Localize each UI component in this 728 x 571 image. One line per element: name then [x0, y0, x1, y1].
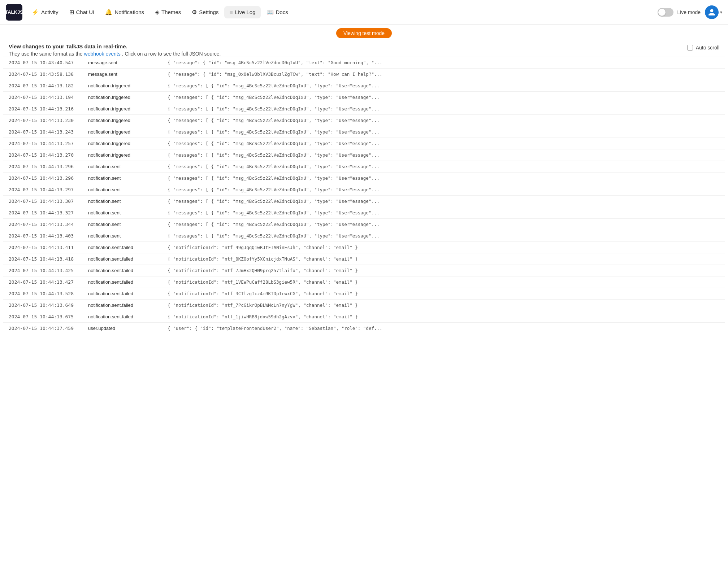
log-timestamp: 2024-07-15 10:44:13.675 — [9, 314, 88, 319]
log-row[interactable]: 2024-07-15 10:44:13.194notification.trig… — [3, 91, 725, 103]
log-data: { "messages": [ { "id": "msg_4BcSc5z22lV… — [168, 187, 719, 192]
log-data: { "notificationId": "ntf_1VEWPuCaff28LbS… — [168, 279, 719, 285]
nav-item-activity[interactable]: ⚡Activity — [27, 6, 64, 18]
auto-scroll-checkbox[interactable] — [687, 45, 693, 51]
log-row[interactable]: 2024-07-15 10:44:13.403notification.sent… — [3, 230, 725, 241]
log-timestamp: 2024-07-15 10:44:13.194 — [9, 95, 88, 100]
log-event: notification.sent.failed — [88, 302, 168, 308]
log-container: 2024-07-15 10:43:40.547message.sent{ "me… — [0, 57, 728, 334]
user-icon — [708, 8, 716, 16]
log-event: notification.triggered — [88, 83, 168, 88]
log-row[interactable]: 2024-07-15 10:44:13.216notification.trig… — [3, 103, 725, 114]
log-data: { "messages": [ { "id": "msg_4BcSc5z22lV… — [168, 106, 719, 112]
live-log-icon: ≡ — [229, 9, 233, 16]
log-timestamp: 2024-07-15 10:44:13.243 — [9, 129, 88, 135]
nav-item-live-log[interactable]: ≡Live Log — [224, 6, 260, 18]
avatar-chevron[interactable]: ▾ — [720, 10, 722, 15]
log-row[interactable]: 2024-07-15 10:44:13.243notification.trig… — [3, 126, 725, 138]
nav-label-chat-ui: Chat UI — [76, 9, 95, 15]
test-mode-banner: Viewing test mode — [0, 25, 728, 40]
live-mode-toggle[interactable] — [658, 8, 673, 17]
log-row[interactable]: 2024-07-15 10:44:13.182notification.trig… — [3, 80, 725, 91]
log-row[interactable]: 2024-07-15 10:44:13.257notification.trig… — [3, 138, 725, 149]
log-timestamp: 2024-07-15 10:44:13.270 — [9, 152, 88, 158]
log-timestamp: 2024-07-15 10:43:40.547 — [9, 60, 88, 65]
log-data: { "user": { "id": "templateFrontendUser2… — [168, 326, 719, 331]
nav-label-themes: Themes — [161, 9, 181, 15]
chat-ui-icon: ⊞ — [69, 9, 74, 16]
nav-label-notifications: Notifications — [114, 9, 144, 15]
log-timestamp: 2024-07-15 10:44:13.427 — [9, 279, 88, 285]
auto-scroll-label: Auto scroll — [696, 45, 719, 51]
live-mode-label: Live mode — [677, 9, 701, 15]
log-data: { "message": { "id": "msg_0x0elw0blXV3Bc… — [168, 71, 719, 77]
log-event: notification.triggered — [88, 141, 168, 146]
log-data: { "messages": [ { "id": "msg_4BcSc5z22lV… — [168, 210, 719, 215]
nav-item-chat-ui[interactable]: ⊞Chat UI — [64, 6, 100, 18]
log-data: { "messages": [ { "id": "msg_4BcSc5z22lV… — [168, 199, 719, 204]
log-row[interactable]: 2024-07-15 10:44:13.344notification.sent… — [3, 218, 725, 230]
log-data: { "notificationId": "ntf_7PcGikrOpBLWMcL… — [168, 302, 719, 308]
log-row[interactable]: 2024-07-15 10:44:13.230notification.trig… — [3, 114, 725, 126]
log-timestamp: 2024-07-15 10:44:13.403 — [9, 233, 88, 239]
log-row[interactable]: 2024-07-15 10:44:13.528notification.sent… — [3, 288, 725, 299]
log-timestamp: 2024-07-15 10:44:13.327 — [9, 210, 88, 215]
log-data: { "messages": [ { "id": "msg_4BcSc5z22lV… — [168, 83, 719, 88]
log-row[interactable]: 2024-07-15 10:44:13.411notification.sent… — [3, 241, 725, 253]
log-row[interactable]: 2024-07-15 10:44:37.459user.updated{ "us… — [3, 322, 725, 334]
log-event: notification.sent.failed — [88, 314, 168, 319]
log-row[interactable]: 2024-07-15 10:44:13.649notification.sent… — [3, 299, 725, 311]
description-text: They use the same format as the webhook … — [9, 51, 221, 57]
log-data: { "messages": [ { "id": "msg_4BcSc5z22lV… — [168, 152, 719, 158]
log-event: notification.sent — [88, 210, 168, 215]
webhook-events-link[interactable]: webhook events — [84, 51, 121, 57]
log-row[interactable]: 2024-07-15 10:44:13.675notification.sent… — [3, 311, 725, 322]
log-timestamp: 2024-07-15 10:44:13.307 — [9, 199, 88, 204]
nav-item-notifications[interactable]: 🔔Notifications — [100, 6, 149, 18]
log-event: notification.sent — [88, 233, 168, 239]
log-event: notification.triggered — [88, 118, 168, 123]
log-data: { "notificationId": "ntf_0KZOofYy5XCnicj… — [168, 256, 719, 262]
log-data: { "notificationId": "ntf_7JmHx2QHN9prq25… — [168, 268, 719, 273]
log-event: notification.sent — [88, 199, 168, 204]
log-data: { "messages": [ { "id": "msg_4BcSc5z22lV… — [168, 118, 719, 123]
toggle-thumb — [658, 9, 666, 16]
nav-item-themes[interactable]: ◈Themes — [150, 6, 186, 18]
log-data: { "messages": [ { "id": "msg_4BcSc5z22lV… — [168, 164, 719, 169]
test-mode-pill: Viewing test mode — [336, 28, 392, 38]
log-row[interactable]: 2024-07-15 10:44:13.296notification.sent… — [3, 172, 725, 184]
log-timestamp: 2024-07-15 10:44:37.459 — [9, 326, 88, 331]
logo: TALK JS — [6, 4, 22, 21]
user-avatar[interactable] — [705, 5, 719, 19]
log-data: { "notificationId": "ntf_3CTlzgIcz4m9KTD… — [168, 291, 719, 296]
log-row[interactable]: 2024-07-15 10:44:13.418notification.sent… — [3, 253, 725, 265]
nav-label-activity: Activity — [41, 9, 58, 15]
description: View changes to your TalkJS data in real… — [9, 43, 221, 57]
log-event: message.sent — [88, 60, 168, 65]
log-event: notification.triggered — [88, 152, 168, 158]
log-timestamp: 2024-07-15 10:44:13.418 — [9, 256, 88, 262]
log-data: { "messages": [ { "id": "msg_4BcSc5z22lV… — [168, 233, 719, 239]
log-timestamp: 2024-07-15 10:44:13.296 — [9, 164, 88, 169]
log-row[interactable]: 2024-07-15 10:43:58.138message.sent{ "me… — [3, 68, 725, 80]
activity-icon: ⚡ — [32, 9, 39, 16]
log-data: { "notificationId": "ntf_1jiwHRB8jdxw59d… — [168, 314, 719, 319]
log-row[interactable]: 2024-07-15 10:43:40.547message.sent{ "me… — [3, 57, 725, 68]
log-row[interactable]: 2024-07-15 10:44:13.425notification.sent… — [3, 265, 725, 276]
nav-item-settings[interactable]: ⚙Settings — [187, 6, 224, 18]
log-row[interactable]: 2024-07-15 10:44:13.297notification.sent… — [3, 184, 725, 195]
log-row[interactable]: 2024-07-15 10:44:13.296notification.sent… — [3, 161, 725, 172]
settings-icon: ⚙ — [192, 9, 197, 16]
log-row[interactable]: 2024-07-15 10:44:13.427notification.sent… — [3, 276, 725, 288]
docs-icon: 📖 — [266, 9, 274, 16]
log-row[interactable]: 2024-07-15 10:44:13.307notification.sent… — [3, 195, 725, 207]
log-timestamp: 2024-07-15 10:44:13.257 — [9, 141, 88, 146]
log-row[interactable]: 2024-07-15 10:44:13.327notification.sent… — [3, 207, 725, 218]
nav-label-live-log: Live Log — [235, 9, 256, 15]
log-event: notification.sent.failed — [88, 291, 168, 296]
nav-item-docs[interactable]: 📖Docs — [261, 6, 293, 18]
log-data: { "messages": [ { "id": "msg_4BcSc5z22lV… — [168, 95, 719, 100]
log-timestamp: 2024-07-15 10:44:13.216 — [9, 106, 88, 112]
log-row[interactable]: 2024-07-15 10:44:13.270notification.trig… — [3, 149, 725, 161]
log-data: { "messages": [ { "id": "msg_4BcSc5z22lV… — [168, 222, 719, 227]
